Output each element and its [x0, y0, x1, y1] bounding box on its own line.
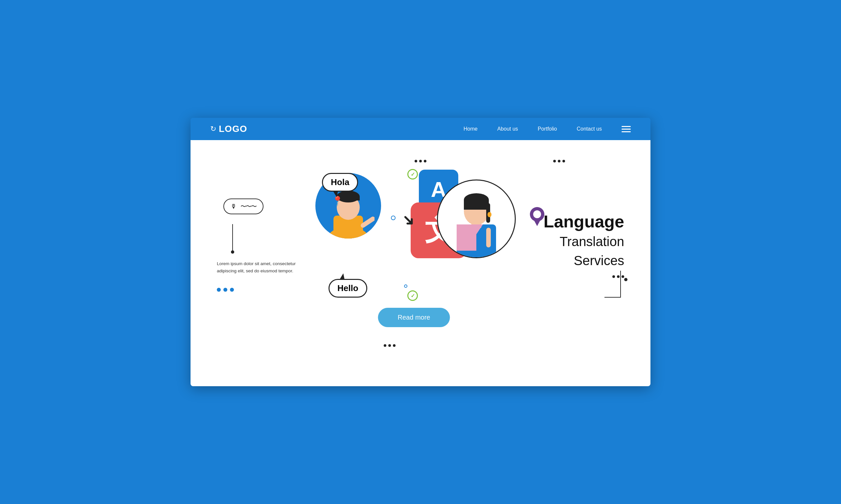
nav-home[interactable]: Home	[464, 126, 478, 131]
read-more-button[interactable]: Read more	[378, 308, 450, 327]
deco-circle-2	[404, 285, 407, 288]
purple-pin	[529, 206, 545, 230]
deco-circle-1	[391, 216, 396, 220]
content-layout: 🎙 〜〜〜 Lorem ipsum dolor sit amet, consec…	[217, 160, 624, 330]
blue-dot-3	[230, 288, 234, 292]
dot-bottom	[231, 250, 234, 254]
dots-bottom-center	[384, 344, 396, 347]
deco-dot-right	[624, 278, 628, 281]
center-column: 📍 Hola ✓ A	[302, 160, 526, 330]
logo-icon: ↻	[210, 125, 216, 133]
deco-circle-3	[422, 173, 427, 178]
title-language: Language	[543, 212, 624, 231]
logo-text: LOGO	[219, 124, 247, 134]
browser-frame: ↻ LOGO Home About us Portfolio Contact u…	[191, 118, 650, 386]
location-pin-svg	[529, 206, 545, 226]
svg-rect-16	[457, 224, 476, 251]
main-content: 🎙 〜〜〜 Lorem ipsum dolor sit amet, consec…	[191, 140, 650, 386]
hello-bubble: Hello	[328, 279, 367, 298]
person2-svg	[444, 182, 509, 257]
hola-text: Hola	[331, 177, 349, 187]
blue-dot-2	[223, 288, 227, 292]
hamburger-menu[interactable]	[621, 126, 631, 132]
svg-rect-11	[464, 200, 489, 210]
svg-point-13	[487, 212, 492, 217]
blue-dots	[217, 288, 302, 292]
hola-bubble: Hola	[322, 173, 358, 192]
microphone-icon: 🎙	[230, 203, 237, 210]
nav-links: Home About us Portfolio Contact us	[464, 126, 602, 132]
sound-wave: 〜〜〜	[240, 202, 256, 210]
mic-bubble: 🎙 〜〜〜	[223, 199, 263, 214]
logo-area: ↻ LOGO	[210, 124, 247, 134]
navbar: ↻ LOGO Home About us Portfolio Contact u…	[191, 118, 650, 140]
svg-marker-19	[533, 218, 542, 226]
right-column: Language Translation Services	[526, 212, 624, 278]
svg-line-6	[363, 219, 373, 226]
nav-about[interactable]: About us	[497, 126, 518, 131]
blue-dot-1	[217, 288, 221, 292]
checkmark-bottom: ✓	[407, 290, 418, 301]
horiz-line-right	[604, 297, 621, 298]
hello-text: Hello	[337, 283, 358, 293]
body-text: Lorem ipsum dolor sit amet, consectetur …	[217, 260, 302, 274]
checkmark-top: ✓	[407, 169, 418, 179]
illustration-wrapper: 📍 Hola ✓ A	[309, 160, 519, 330]
vert-line-right	[620, 271, 621, 297]
nav-portfolio[interactable]: Portfolio	[538, 126, 557, 131]
deco-lines	[604, 271, 621, 298]
person2-circle	[437, 179, 516, 258]
nav-contact[interactable]: Contact us	[577, 126, 602, 131]
svg-rect-15	[486, 228, 491, 247]
vertical-line-left	[232, 224, 233, 250]
title-translation: Translation	[560, 234, 624, 249]
left-column: 🎙 〜〜〜 Lorem ipsum dolor sit amet, consec…	[217, 199, 302, 291]
svg-point-18	[533, 210, 541, 218]
title-services: Services	[574, 253, 624, 268]
